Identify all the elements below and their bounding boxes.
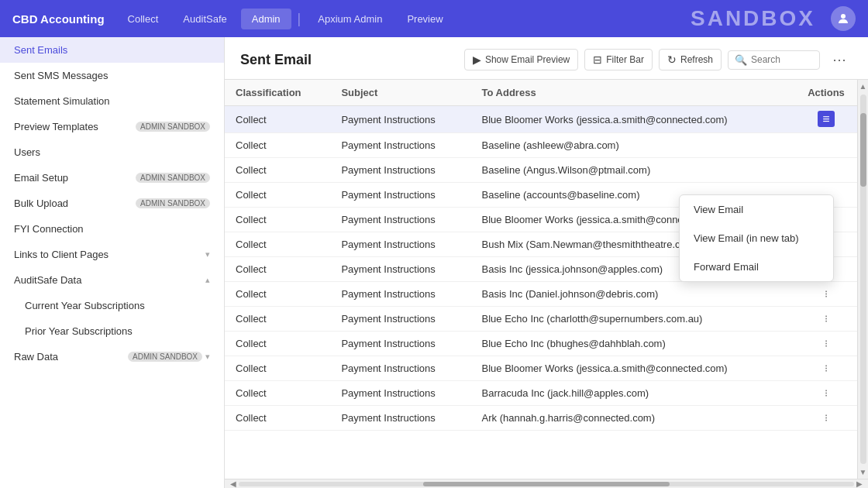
cell-classification: Collect (225, 158, 330, 183)
cell-subject: Payment Instructions (330, 183, 470, 208)
cell-classification: Collect (225, 208, 330, 232)
show-email-preview-button[interactable]: ▶ Show Email Preview (464, 49, 578, 70)
cell-subject: Payment Instructions (330, 282, 470, 307)
sidebar-item-fyi-connection[interactable]: FYI Connection (0, 216, 224, 242)
content-header: Sent Email ▶ Show Email Preview ⊟ Filter… (225, 37, 868, 80)
sidebar-item-current-year[interactable]: Current Year Subscriptions (0, 293, 224, 318)
actions-grid-icon[interactable]: ⁝ (820, 386, 832, 400)
cell-actions (795, 133, 857, 158)
page-title: Sent Email (240, 52, 312, 68)
sidebar-item-bulk-upload[interactable]: Bulk Upload ADMIN SANDBOX (0, 191, 224, 216)
nav-divider: | (298, 11, 301, 27)
cell-subject: Payment Instructions (330, 307, 470, 332)
chevron-up-icon: ▴ (205, 275, 210, 285)
cell-to-address: Blue Bloomer Works (jessica.a.smith@conn… (471, 356, 795, 381)
toolbar: ▶ Show Email Preview ⊟ Filter Bar ↻ Refr… (464, 48, 852, 71)
cell-subject: Payment Instructions (330, 257, 470, 282)
sidebar-item-users[interactable]: Users (0, 139, 224, 165)
cell-classification: Collect (225, 232, 330, 257)
nav-apxium-admin[interactable]: Apxium Admin (307, 9, 393, 29)
scroll-down-arrow[interactable]: ▼ (859, 466, 867, 479)
dropdown-item-view-email-new-tab[interactable]: View Email (in new tab) (680, 224, 833, 253)
sidebar-item-statement-simulation[interactable]: Statement Simulation (0, 88, 224, 114)
scroll-left-arrow[interactable]: ◀ (228, 479, 239, 488)
sidebar-item-prior-year[interactable]: Prior Year Subscriptions (0, 318, 224, 344)
sidebar: Sent Emails Sent SMS Messages Statement … (0, 37, 225, 488)
cell-subject: Payment Instructions (330, 133, 470, 158)
cell-subject: Payment Instructions (330, 158, 470, 183)
sidebar-item-sent-sms[interactable]: Sent SMS Messages (0, 63, 224, 88)
cell-actions (795, 158, 857, 183)
col-classification: Classification (225, 80, 330, 106)
actions-dropdown: View Email View Email (in new tab) Forwa… (679, 194, 834, 282)
col-to-address: To Address (471, 80, 795, 106)
scroll-up-arrow[interactable]: ▲ (859, 80, 867, 93)
cell-to-address: Blue Bloomer Works (jessica.a.smith@conn… (471, 106, 795, 133)
cell-classification: Collect (225, 282, 330, 307)
filter-bar-button[interactable]: ⊟ Filter Bar (584, 49, 653, 70)
h-scroll-thumb[interactable] (423, 482, 670, 486)
actions-grid-icon[interactable]: ⁝ (820, 336, 832, 351)
dropdown-item-forward-email[interactable]: Forward Email (680, 253, 833, 281)
table-row: CollectPayment InstructionsBarracuda Inc… (225, 381, 857, 406)
refresh-button[interactable]: ↻ Refresh (659, 49, 722, 70)
cell-to-address: Baseline (Angus.Wilson@ptmail.com) (471, 158, 795, 183)
cell-actions: ⁝ (795, 282, 857, 307)
scroll-track[interactable] (860, 95, 866, 464)
cell-actions: ⁝ (795, 356, 857, 381)
table-row: CollectPayment InstructionsBlue Bloomer … (225, 106, 857, 133)
sidebar-item-auditsafe-data[interactable]: AuditSafe Data ▴ (0, 267, 224, 293)
email-setup-badge: ADMIN SANDBOX (136, 173, 210, 183)
cell-subject: Payment Instructions (330, 356, 470, 381)
refresh-icon: ↻ (667, 53, 677, 66)
chevron-down-icon: ▾ (205, 249, 210, 259)
cell-to-address: Baseline (ashleew@abra.com) (471, 133, 795, 158)
scroll-right-arrow[interactable]: ▶ (854, 479, 865, 488)
search-box[interactable]: 🔍 (728, 50, 820, 70)
actions-grid-icon[interactable]: ⁝ (820, 287, 832, 301)
cell-classification: Collect (225, 133, 330, 158)
actions-grid-icon[interactable]: ⁝ (820, 411, 832, 425)
cell-to-address: Barracuda Inc (jack.hill@apples.com) (471, 381, 795, 406)
main-content: Sent Email ▶ Show Email Preview ⊟ Filter… (225, 37, 868, 488)
cell-subject: Payment Instructions (330, 106, 470, 133)
cell-to-address: Blue Echo Inc (bhughes@dahhblah.com) (471, 332, 795, 356)
horizontal-scrollbar[interactable]: ◀ ▶ (225, 479, 868, 488)
brand-label: CBD Accounting (12, 12, 105, 26)
sidebar-item-email-setup[interactable]: Email Setup ADMIN SANDBOX (0, 165, 224, 191)
search-icon: 🔍 (735, 54, 747, 66)
cell-classification: Collect (225, 257, 330, 282)
cell-to-address: Ark (hannah.g.harris@connected.com) (471, 406, 795, 431)
table-header-row: Classification Subject To Address Action… (225, 80, 857, 106)
more-options-button[interactable]: ⋯ (826, 48, 852, 71)
table-row: CollectPayment InstructionsBasis Inc (Da… (225, 282, 857, 307)
user-avatar[interactable] (831, 6, 856, 31)
table-row: CollectPayment InstructionsBaseline (ash… (225, 133, 857, 158)
search-input[interactable] (751, 54, 813, 65)
sidebar-item-links-client-pages[interactable]: Links to Client Pages ▾ (0, 242, 224, 267)
nav-preview[interactable]: Preview (396, 9, 453, 29)
sandbox-label: SANDBOX (691, 6, 815, 31)
scroll-thumb[interactable] (860, 113, 866, 187)
sidebar-item-sent-emails[interactable]: Sent Emails (0, 37, 224, 63)
actions-menu-icon[interactable]: ≡ (818, 111, 834, 127)
vertical-scrollbar[interactable]: ▲ ▼ (857, 80, 868, 479)
cell-to-address: Basis Inc (Daniel.johnson@debris.com) (471, 282, 795, 307)
nav-auditsafe[interactable]: AuditSafe (172, 9, 237, 29)
actions-grid-icon[interactable]: ⁝ (820, 361, 832, 376)
email-preview-icon: ▶ (473, 53, 481, 66)
actions-grid-icon[interactable]: ⁝ (820, 311, 832, 326)
dropdown-item-view-email[interactable]: View Email (680, 195, 833, 224)
cell-to-address: Blue Echo Inc (charlotth@supernumbers.co… (471, 307, 795, 332)
sidebar-item-raw-data[interactable]: Raw Data ADMIN SANDBOX ▾ (0, 344, 224, 369)
svg-point-0 (841, 14, 846, 19)
cell-classification: Collect (225, 106, 330, 133)
cell-subject: Payment Instructions (330, 232, 470, 257)
nav-collect[interactable]: Collect (117, 9, 170, 29)
nav-admin[interactable]: Admin (241, 9, 291, 29)
h-scroll-track[interactable] (239, 482, 854, 486)
cell-classification: Collect (225, 183, 330, 208)
cell-subject: Payment Instructions (330, 332, 470, 356)
sidebar-item-preview-templates[interactable]: Preview Templates ADMIN SANDBOX (0, 114, 224, 139)
col-actions: Actions (795, 80, 857, 106)
